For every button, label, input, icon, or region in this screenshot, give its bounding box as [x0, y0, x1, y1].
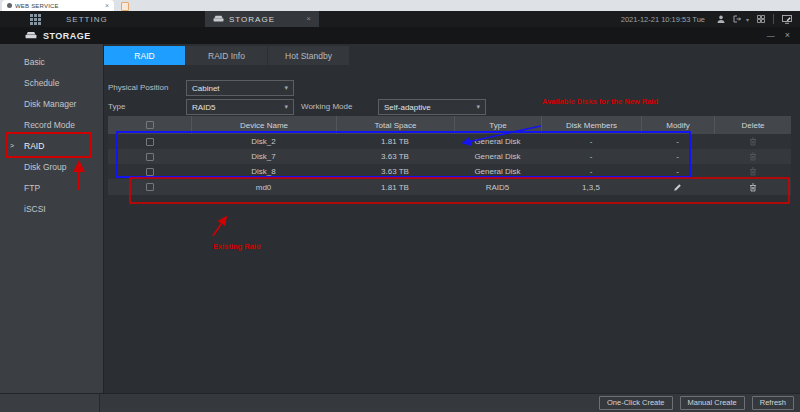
row-checkbox[interactable]	[146, 168, 154, 176]
row-checkbox[interactable]	[146, 138, 154, 146]
appbar-divider	[773, 14, 774, 24]
minimize-icon[interactable]: —	[767, 32, 775, 40]
system-datetime: 2021-12-21 10:19:53 Tue	[621, 15, 705, 24]
browser-tab-strip: WEB SERVICE ×	[0, 0, 800, 11]
header-type: Type	[454, 116, 541, 134]
header-total-space: Total Space	[336, 116, 454, 134]
table-row-disk2[interactable]: Disk_2 1.81 TB General Disk - -	[108, 134, 791, 149]
row-checkbox[interactable]	[146, 153, 154, 161]
header-delete: Delete	[714, 116, 791, 134]
footer-sidebar-block	[0, 394, 100, 412]
storage-icon	[25, 31, 37, 40]
app-bar: SETTING STORAGE × 2021-12-21 10:19:53 Tu…	[0, 11, 800, 27]
type-select[interactable]: RAID5 ▾	[186, 99, 294, 115]
type-label: Type	[108, 99, 125, 115]
logout-icon[interactable]	[733, 15, 742, 23]
remote-screen-icon[interactable]	[782, 15, 792, 24]
delete-icon	[749, 152, 757, 161]
table-row-md0[interactable]: md0 1.81 TB RAID5 1,3,5	[108, 179, 791, 195]
sidebar-item-disk-group[interactable]: Disk Group	[0, 156, 103, 177]
browser-tab-title: WEB SERVICE	[15, 3, 105, 9]
sidebar-item-record-mode[interactable]: Record Mode	[0, 114, 103, 135]
logout-caret-icon[interactable]: ▾	[746, 16, 749, 23]
sidebar-item-basic[interactable]: Basic	[0, 51, 103, 72]
browser-tab[interactable]: WEB SERVICE ×	[2, 0, 114, 11]
header-device-name: Device Name	[191, 116, 336, 134]
user-icon[interactable]	[717, 15, 725, 23]
one-click-create-button[interactable]: One-Click Create	[599, 396, 673, 410]
web-globe-icon	[7, 3, 12, 8]
page-title: STORAGE	[43, 31, 91, 41]
dropdown-caret-icon: ▾	[284, 84, 288, 92]
sidebar-item-iscsi[interactable]: iSCSI	[0, 198, 103, 219]
raid-tabs: RAID RAID Info Hot Standby	[104, 46, 349, 65]
working-mode-label: Working Mode	[301, 99, 352, 115]
qr-grid-icon[interactable]	[757, 15, 765, 23]
physical-position-label: Physical Position	[108, 80, 168, 96]
dropdown-caret-icon: ▾	[284, 103, 288, 111]
table-row-disk8[interactable]: Disk_8 3.63 TB General Disk - -	[108, 164, 791, 179]
storage-app-tab[interactable]: STORAGE ×	[205, 11, 319, 27]
main-content: RAID RAID Info Hot Standby Physical Posi…	[103, 44, 800, 393]
sidebar-item-schedule[interactable]: Schedule	[0, 72, 103, 93]
apps-grid-icon[interactable]	[30, 14, 41, 25]
sidebar-item-raid[interactable]: > RAID	[0, 135, 103, 156]
working-mode-select[interactable]: Self-adaptive ▾	[378, 99, 486, 115]
tab-raid-info[interactable]: RAID Info	[186, 46, 267, 65]
header-disk-members: Disk Members	[541, 116, 641, 134]
window-header: STORAGE — ×	[0, 27, 800, 44]
sidebar-item-disk-manager[interactable]: Disk Manager	[0, 93, 103, 114]
setting-menu-item[interactable]: SETTING	[66, 15, 108, 24]
tab-hot-standby[interactable]: Hot Standby	[268, 46, 349, 65]
delete-icon[interactable]	[749, 183, 757, 192]
close-icon[interactable]: ×	[785, 31, 790, 40]
physical-position-select[interactable]: Cabinet ▾	[186, 80, 294, 96]
header-modify: Modify	[641, 116, 714, 134]
sidebar: Basic Schedule Disk Manager Record Mode …	[0, 44, 103, 393]
screen: WEB SERVICE × SETTING STORAGE × 2021-12-…	[0, 0, 800, 412]
refresh-button[interactable]: Refresh	[752, 396, 794, 410]
delete-icon	[749, 137, 757, 146]
storage-app-tab-label: STORAGE	[229, 15, 275, 24]
delete-icon	[749, 167, 757, 176]
raid-table: Device Name Total Space Type Disk Member…	[108, 116, 791, 195]
table-header-row: Device Name Total Space Type Disk Member…	[108, 116, 791, 134]
dropdown-caret-icon: ▾	[476, 103, 480, 111]
table-row-disk7[interactable]: Disk_7 3.63 TB General Disk - -	[108, 149, 791, 164]
storage-app-tab-close-icon[interactable]: ×	[306, 15, 311, 23]
new-tab-icon[interactable]	[121, 2, 129, 11]
footer: One-Click Create Manual Create Refresh	[0, 393, 800, 412]
manual-create-button[interactable]: Manual Create	[680, 396, 745, 410]
modify-icon[interactable]	[673, 183, 682, 192]
select-all-checkbox[interactable]	[146, 121, 154, 129]
sidebar-item-ftp[interactable]: FTP	[0, 177, 103, 198]
storage-icon	[213, 15, 224, 23]
tab-raid[interactable]: RAID	[104, 46, 185, 65]
row-checkbox[interactable]	[146, 183, 154, 191]
browser-tab-close-icon[interactable]: ×	[105, 2, 109, 9]
chevron-right-icon: >	[10, 142, 14, 149]
